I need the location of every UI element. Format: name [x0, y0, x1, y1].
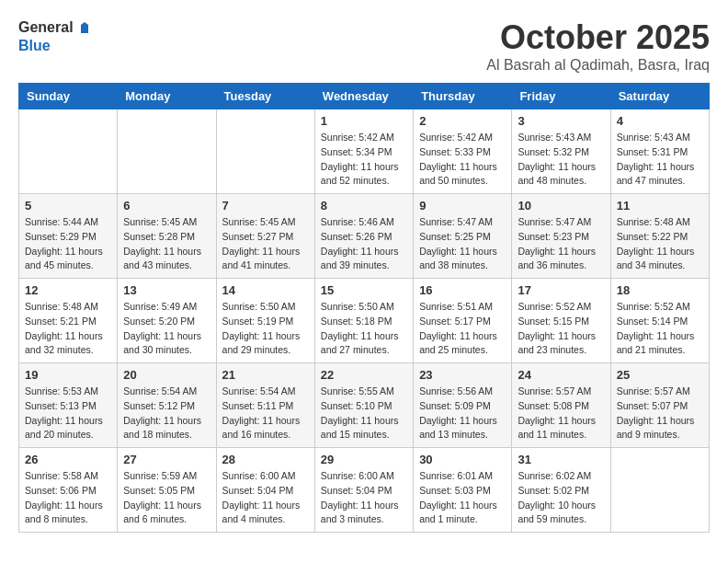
day-info: Sunrise: 5:57 AMSunset: 5:07 PMDaylight:…	[617, 385, 703, 442]
calendar-day-cell	[610, 448, 709, 533]
day-number: 12	[25, 283, 111, 297]
calendar-week-row: 26Sunrise: 5:58 AMSunset: 5:06 PMDayligh…	[19, 448, 710, 533]
day-number: 20	[123, 368, 210, 382]
calendar-day-cell: 8Sunrise: 5:46 AMSunset: 5:26 PMDaylight…	[314, 194, 413, 279]
day-info: Sunrise: 5:48 AMSunset: 5:21 PMDaylight:…	[25, 300, 111, 358]
weekday-header-cell: Sunday	[19, 84, 118, 109]
month-title: October 2025	[486, 18, 710, 57]
logo-arrow-icon	[75, 18, 94, 37]
day-number: 17	[518, 283, 604, 297]
calendar-day-cell: 28Sunrise: 6:00 AMSunset: 5:04 PMDayligh…	[216, 448, 314, 533]
day-info: Sunrise: 5:57 AMSunset: 5:08 PMDaylight:…	[518, 385, 604, 442]
calendar-body: 1Sunrise: 5:42 AMSunset: 5:34 PMDaylight…	[19, 109, 710, 533]
day-number: 30	[419, 453, 506, 466]
day-info: Sunrise: 6:00 AMSunset: 5:04 PMDaylight:…	[321, 469, 407, 527]
calendar-day-cell: 30Sunrise: 6:01 AMSunset: 5:03 PMDayligh…	[414, 448, 512, 533]
calendar-day-cell: 16Sunrise: 5:51 AMSunset: 5:17 PMDayligh…	[414, 279, 512, 363]
calendar-week-row: 19Sunrise: 5:53 AMSunset: 5:13 PMDayligh…	[19, 363, 710, 448]
calendar-day-cell: 7Sunrise: 5:45 AMSunset: 5:27 PMDaylight…	[216, 194, 314, 279]
day-number: 24	[518, 368, 604, 382]
logo-container: General Blue	[18, 18, 94, 54]
day-info: Sunrise: 5:49 AMSunset: 5:20 PMDaylight:…	[123, 300, 210, 358]
day-info: Sunrise: 5:50 AMSunset: 5:19 PMDaylight:…	[222, 300, 309, 358]
calendar-day-cell: 12Sunrise: 5:48 AMSunset: 5:21 PMDayligh…	[19, 279, 118, 363]
calendar-day-cell: 26Sunrise: 5:58 AMSunset: 5:06 PMDayligh…	[19, 448, 118, 533]
day-info: Sunrise: 5:52 AMSunset: 5:14 PMDaylight:…	[617, 300, 703, 358]
calendar-day-cell: 20Sunrise: 5:54 AMSunset: 5:12 PMDayligh…	[118, 363, 216, 448]
day-info: Sunrise: 5:59 AMSunset: 5:05 PMDaylight:…	[123, 469, 210, 527]
calendar-week-row: 5Sunrise: 5:44 AMSunset: 5:29 PMDaylight…	[19, 194, 710, 279]
day-number: 7	[222, 199, 309, 213]
day-info: Sunrise: 5:55 AMSunset: 5:10 PMDaylight:…	[321, 385, 407, 442]
day-number: 3	[518, 114, 604, 128]
day-info: Sunrise: 5:45 AMSunset: 5:27 PMDaylight:…	[222, 215, 309, 273]
day-number: 27	[123, 453, 210, 466]
logo-blue-text: Blue	[18, 37, 94, 54]
day-info: Sunrise: 5:46 AMSunset: 5:26 PMDaylight:…	[321, 215, 407, 273]
day-info: Sunrise: 5:42 AMSunset: 5:33 PMDaylight:…	[419, 131, 506, 189]
calendar-table: SundayMondayTuesdayWednesdayThursdayFrid…	[18, 83, 710, 533]
day-number: 5	[25, 199, 111, 213]
calendar-day-cell: 2Sunrise: 5:42 AMSunset: 5:33 PMDaylight…	[414, 109, 512, 194]
day-number: 21	[222, 368, 309, 382]
day-number: 16	[419, 283, 506, 297]
day-info: Sunrise: 5:48 AMSunset: 5:22 PMDaylight:…	[617, 215, 703, 273]
day-number: 9	[419, 199, 506, 213]
logo-general-text: General	[18, 18, 74, 36]
weekday-header-row: SundayMondayTuesdayWednesdayThursdayFrid…	[19, 84, 710, 109]
day-info: Sunrise: 5:47 AMSunset: 5:23 PMDaylight:…	[518, 215, 604, 273]
calendar-week-row: 12Sunrise: 5:48 AMSunset: 5:21 PMDayligh…	[19, 279, 710, 363]
calendar-day-cell: 11Sunrise: 5:48 AMSunset: 5:22 PMDayligh…	[610, 194, 709, 279]
day-number: 4	[617, 114, 703, 128]
day-info: Sunrise: 6:00 AMSunset: 5:04 PMDaylight:…	[222, 469, 309, 527]
calendar-day-cell: 18Sunrise: 5:52 AMSunset: 5:14 PMDayligh…	[610, 279, 709, 363]
calendar-day-cell: 23Sunrise: 5:56 AMSunset: 5:09 PMDayligh…	[414, 363, 512, 448]
calendar-day-cell: 21Sunrise: 5:54 AMSunset: 5:11 PMDayligh…	[216, 363, 314, 448]
calendar-day-cell: 22Sunrise: 5:55 AMSunset: 5:10 PMDayligh…	[314, 363, 413, 448]
calendar-day-cell: 24Sunrise: 5:57 AMSunset: 5:08 PMDayligh…	[512, 363, 610, 448]
day-info: Sunrise: 5:56 AMSunset: 5:09 PMDaylight:…	[419, 385, 506, 442]
day-number: 25	[617, 368, 703, 382]
day-number: 15	[321, 283, 407, 297]
day-number: 31	[518, 453, 604, 466]
logo: General Blue	[18, 18, 94, 54]
day-info: Sunrise: 5:44 AMSunset: 5:29 PMDaylight:…	[25, 215, 111, 273]
calendar-day-cell: 25Sunrise: 5:57 AMSunset: 5:07 PMDayligh…	[610, 363, 709, 448]
calendar-day-cell: 29Sunrise: 6:00 AMSunset: 5:04 PMDayligh…	[314, 448, 413, 533]
day-number: 19	[25, 368, 111, 382]
day-number: 2	[419, 114, 506, 128]
day-number: 18	[617, 283, 703, 297]
calendar-day-cell: 17Sunrise: 5:52 AMSunset: 5:15 PMDayligh…	[512, 279, 610, 363]
day-number: 11	[617, 199, 703, 213]
calendar-day-cell: 27Sunrise: 5:59 AMSunset: 5:05 PMDayligh…	[118, 448, 216, 533]
title-section: October 2025 Al Basrah al Qadimah, Basra…	[486, 18, 710, 74]
calendar-day-cell: 6Sunrise: 5:45 AMSunset: 5:28 PMDaylight…	[118, 194, 216, 279]
day-number: 22	[321, 368, 407, 382]
day-info: Sunrise: 5:52 AMSunset: 5:15 PMDaylight:…	[518, 300, 604, 358]
day-info: Sunrise: 5:54 AMSunset: 5:12 PMDaylight:…	[123, 385, 210, 442]
calendar-day-cell	[118, 109, 216, 194]
day-info: Sunrise: 6:02 AMSunset: 5:02 PMDaylight:…	[518, 469, 604, 527]
day-info: Sunrise: 5:47 AMSunset: 5:25 PMDaylight:…	[419, 215, 506, 273]
day-info: Sunrise: 5:42 AMSunset: 5:34 PMDaylight:…	[321, 131, 407, 189]
calendar-day-cell	[19, 109, 118, 194]
day-info: Sunrise: 5:51 AMSunset: 5:17 PMDaylight:…	[419, 300, 506, 358]
day-number: 26	[25, 453, 111, 466]
day-number: 28	[222, 453, 309, 466]
calendar-day-cell: 9Sunrise: 5:47 AMSunset: 5:25 PMDaylight…	[414, 194, 512, 279]
day-number: 6	[123, 199, 210, 213]
calendar-day-cell: 19Sunrise: 5:53 AMSunset: 5:13 PMDayligh…	[19, 363, 118, 448]
day-info: Sunrise: 5:45 AMSunset: 5:28 PMDaylight:…	[123, 215, 210, 273]
day-number: 29	[321, 453, 407, 466]
day-number: 13	[123, 283, 210, 297]
calendar-week-row: 1Sunrise: 5:42 AMSunset: 5:34 PMDaylight…	[19, 109, 710, 194]
day-info: Sunrise: 5:50 AMSunset: 5:18 PMDaylight:…	[321, 300, 407, 358]
calendar-day-cell: 31Sunrise: 6:02 AMSunset: 5:02 PMDayligh…	[512, 448, 610, 533]
calendar-day-cell: 4Sunrise: 5:43 AMSunset: 5:31 PMDaylight…	[610, 109, 709, 194]
calendar-day-cell: 14Sunrise: 5:50 AMSunset: 5:19 PMDayligh…	[216, 279, 314, 363]
day-info: Sunrise: 6:01 AMSunset: 5:03 PMDaylight:…	[419, 469, 506, 527]
weekday-header-cell: Thursday	[414, 84, 512, 109]
day-number: 10	[518, 199, 604, 213]
calendar-day-cell: 10Sunrise: 5:47 AMSunset: 5:23 PMDayligh…	[512, 194, 610, 279]
day-info: Sunrise: 5:53 AMSunset: 5:13 PMDaylight:…	[25, 385, 111, 442]
